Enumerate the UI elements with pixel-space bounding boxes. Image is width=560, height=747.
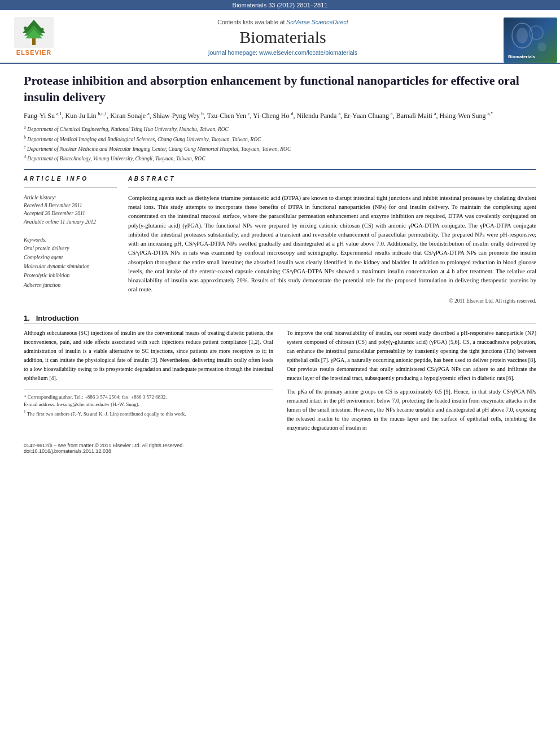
footnote-equal-contrib: 1 The first two authors (F.-Y. Su and K.… <box>24 409 273 418</box>
introduction-body: Although subcutaneous (SC) injections of… <box>24 329 536 437</box>
elsevier-tree-icon <box>14 17 54 48</box>
intro-para-1: Although subcutaneous (SC) injections of… <box>24 329 273 383</box>
keyword-1: Oral protein delivery <box>24 244 117 253</box>
bottom-bar: 0142-9612/$ – see front matter © 2011 El… <box>24 443 536 454</box>
journal-homepage[interactable]: journal homepage: www.elsevier.com/locat… <box>208 49 357 56</box>
intro-right-para-2: The pKa of the primary amine groups on C… <box>287 387 536 433</box>
keyword-3: Molecular dynamic simulation <box>24 262 117 271</box>
article-info-heading: A R T I C L E I N F O <box>24 176 117 182</box>
affil-b: b Department of Medical Imaging and Radi… <box>24 134 536 143</box>
svg-point-6 <box>41 28 44 31</box>
sciverse-line: Contents lists available at SciVerse Sci… <box>217 19 348 25</box>
article-history: Article history: Received 8 December 201… <box>24 194 117 226</box>
accepted-date: Accepted 20 December 2011 <box>24 211 85 216</box>
svg-point-11 <box>537 42 546 51</box>
biomaterials-logo-image: Biomaterials <box>504 18 557 63</box>
intro-left-col: Although subcutaneous (SC) injections of… <box>24 329 273 437</box>
intro-right-para-1: To improve the oral bioavailability of i… <box>287 329 536 383</box>
copyright: © 2011 Elsevier Ltd. All rights reserved… <box>128 298 536 304</box>
journal-center: Contents lists available at SciVerse Sci… <box>68 15 498 63</box>
affiliations: a Department of Chemical Engineering, Na… <box>24 124 536 163</box>
introduction-title: 1. Introduction <box>24 314 536 324</box>
journal-title: Biomaterials <box>239 28 326 47</box>
keyword-4: Proteolytic inhibition <box>24 271 117 280</box>
keywords-list: Oral protein delivery Complexing agent M… <box>24 244 117 290</box>
journal-header: ELSEVIER Contents lists available at Sci… <box>0 10 560 64</box>
footnotes: * Corresponding author. Tel.: +886 3 574… <box>24 390 273 418</box>
keyword-5: Adheren junction <box>24 281 117 290</box>
svg-text:Biomaterials: Biomaterials <box>508 54 536 59</box>
footnote-corresponding: * Corresponding author. Tel.: +886 3 574… <box>24 394 273 401</box>
intro-right-col: To improve the oral bioavailability of i… <box>287 329 536 437</box>
footnote-email: E-mail address: hwsung@che.nthu.edu.tw (… <box>24 401 273 409</box>
doi-line: doi:10.1016/j.biomaterials.2011.12.038 <box>24 448 536 454</box>
page: Biomaterials 33 (2012) 2801–2811 ELSEVIE… <box>0 0 560 747</box>
abstract-divider <box>128 187 536 188</box>
keyword-2: Complexing agent <box>24 253 117 262</box>
article-title: Protease inhibition and absorption enhan… <box>24 73 536 105</box>
elsevier-logo: ELSEVIER <box>0 15 68 63</box>
top-bar: Biomaterials 33 (2012) 2801–2811 <box>0 0 560 10</box>
authors-line: Fang-Yi Su a,1, Kun-Ju Lin b,c,1, Kiran … <box>24 111 536 121</box>
affil-c: c Department of Nuclear Medicine and Mol… <box>24 144 536 153</box>
keywords-section: Keywords: <box>24 236 117 244</box>
info-divider <box>24 187 117 188</box>
issn-line: 0142-9612/$ – see front matter © 2011 El… <box>24 443 536 448</box>
svg-point-9 <box>517 28 528 43</box>
svg-point-5 <box>24 27 27 30</box>
affil-d: d Department of Biotechnology, Vanung Un… <box>24 154 536 163</box>
available-date: Available online 11 January 2012 <box>24 219 96 225</box>
journal-citation: Biomaterials 33 (2012) 2801–2811 <box>233 2 328 8</box>
abstract-column: A B S T R A C T Complexing agents such a… <box>128 176 536 304</box>
header-divider <box>24 169 536 170</box>
affil-a: a Department of Chemical Engineering, Na… <box>24 124 536 133</box>
abstract-heading: A B S T R A C T <box>128 176 536 182</box>
info-abstract-section: A R T I C L E I N F O Article history: R… <box>24 176 536 304</box>
article-content: Protease inhibition and absorption enhan… <box>0 64 560 463</box>
introduction-section: 1. Introduction Although subcutaneous (S… <box>24 314 536 437</box>
elsevier-brand: ELSEVIER <box>16 49 51 56</box>
article-info-column: A R T I C L E I N F O Article history: R… <box>24 176 117 304</box>
abstract-text: Complexing agents such as diethylene tri… <box>128 194 536 295</box>
sciverse-link[interactable]: SciVerse ScienceDirect <box>286 19 348 25</box>
biomaterials-logo-svg: Biomaterials <box>505 19 556 62</box>
received-date: Received 8 December 2011 <box>24 203 82 208</box>
biomaterials-logo-container: Biomaterials <box>498 15 560 63</box>
